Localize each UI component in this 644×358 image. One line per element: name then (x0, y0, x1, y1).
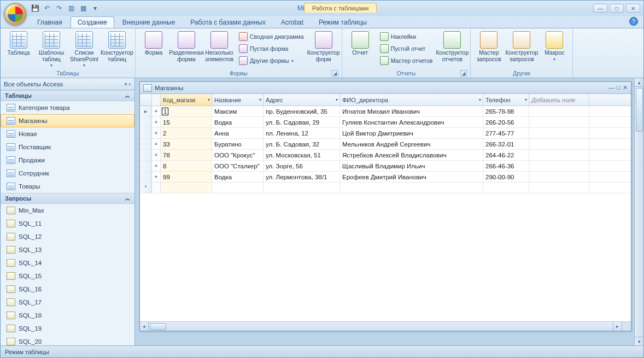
cell-code[interactable]: 33 (161, 139, 212, 149)
qat-item[interactable]: ▥ (66, 3, 76, 13)
scroll-up-icon[interactable]: ▴ (635, 78, 643, 87)
row-selector[interactable] (140, 172, 152, 182)
nav-pane-header[interactable]: Все объекты Access ▾« (1, 78, 134, 90)
cell-name[interactable]: Буратино (212, 139, 264, 149)
blank-report-button[interactable]: Пустой отчет (377, 43, 436, 55)
cell-address[interactable]: пр. Буденновский, 35 (264, 106, 340, 116)
sub-close-button[interactable]: ✕ (623, 84, 628, 91)
horizontal-scrollbar[interactable]: ◂ ▸ (140, 321, 631, 331)
cell-director[interactable]: Гуляев Константин Александрович (340, 117, 483, 127)
tab-datasheet[interactable]: Режим таблицы (312, 16, 374, 28)
chevron-down-icon[interactable]: ▾ (479, 97, 481, 102)
sub-maximize-button[interactable]: □ (617, 84, 620, 91)
nav-item-table[interactable]: Магазины (1, 114, 134, 127)
cell-address[interactable]: пл. Ленина, 12 (264, 128, 340, 138)
cell-director[interactable]: Мельников Андрей Сергеевич (340, 139, 483, 149)
cell-address[interactable]: ул. Лермонтова, 38/1 (264, 172, 340, 182)
chevron-down-icon[interactable]: ▾ (208, 97, 210, 102)
cell-empty[interactable] (529, 139, 589, 149)
row-selector-new[interactable] (140, 183, 152, 193)
cell-name[interactable] (212, 183, 264, 193)
column-header-name[interactable]: Название▾ (212, 94, 264, 105)
row-selector[interactable]: ▸ (140, 106, 152, 116)
labels-button[interactable]: Наклейки (377, 31, 436, 43)
table-new-row[interactable] (140, 183, 631, 193)
cell-empty[interactable] (529, 183, 589, 193)
nav-item-table[interactable]: Товары (1, 180, 134, 193)
report-design-button[interactable]: Конструктор отчетов (436, 30, 468, 64)
blank-form-button[interactable]: Пустая форма (236, 43, 307, 55)
row-selector[interactable] (140, 117, 152, 127)
cell-name[interactable]: Водка (212, 172, 264, 182)
cell-empty[interactable] (529, 172, 589, 182)
row-selector[interactable] (140, 161, 152, 171)
row-selector[interactable] (140, 150, 152, 160)
row-selector[interactable] (140, 128, 152, 138)
table-row[interactable]: ▸ + 1 Максим пр. Буденновский, 35 Игнато… (140, 106, 631, 117)
query-design-button[interactable]: Конструктор запросов (506, 30, 537, 64)
help-button[interactable]: ? (629, 17, 638, 26)
cell-phone[interactable]: 290-00-90 (483, 172, 529, 182)
nav-item-query[interactable]: SQL_15 (1, 269, 134, 283)
close-button[interactable]: ✕ (626, 4, 640, 13)
form-button[interactable]: Форма (138, 30, 169, 58)
collapse-icon[interactable]: « (128, 81, 131, 87)
macro-button[interactable]: Макрос▾ (538, 30, 570, 63)
expand-icon[interactable]: + (152, 117, 161, 127)
cell-empty[interactable] (529, 150, 589, 160)
cell-code[interactable]: 99 (161, 172, 212, 182)
row-selector[interactable] (140, 139, 152, 149)
nav-item-query[interactable]: SQL_19 (1, 322, 134, 335)
cell-director[interactable] (340, 183, 483, 193)
cell-director[interactable]: Игнатов Михаил Иванович (340, 106, 483, 116)
cell-phone[interactable] (483, 183, 529, 193)
nav-item-query[interactable]: SQL_14 (1, 256, 134, 269)
expand-icon[interactable]: + (152, 139, 161, 149)
column-header-address[interactable]: Адрес▾ (264, 94, 340, 105)
cell-code[interactable] (161, 183, 212, 193)
cell-code[interactable]: 8 (161, 161, 212, 171)
table-row[interactable]: + 33 Буратино ул. Б. Садовая, 32 Мельник… (140, 139, 631, 150)
office-button[interactable] (4, 3, 27, 26)
nav-item-query[interactable]: SQL_12 (1, 230, 134, 243)
nav-item-query[interactable]: SQL_17 (1, 296, 134, 309)
table-row[interactable]: + 99 Водка ул. Лермонтова, 38/1 Ерофеев … (140, 172, 631, 183)
cell-empty[interactable] (529, 161, 589, 171)
sharepoint-lists-button[interactable]: Списки SharePoint▾ (68, 30, 100, 70)
select-all-corner[interactable] (140, 94, 152, 105)
cell-phone[interactable]: 264-46-22 (483, 150, 529, 160)
cell-empty[interactable] (529, 106, 589, 116)
cell-phone[interactable]: 277-45-77 (483, 128, 529, 138)
cell-name[interactable]: Водка (212, 117, 264, 127)
cell-code[interactable]: 78 (161, 150, 212, 160)
cell-address[interactable]: ул. Московская, 51 (264, 150, 340, 160)
chevron-down-icon[interactable]: ▾ (259, 97, 261, 102)
table-row[interactable]: + 8 ООО "Сталкер" ул. Зорге, 56 Щасливый… (140, 161, 631, 172)
cell-code[interactable]: 1 (161, 106, 212, 116)
table-button[interactable]: Таблица (3, 30, 34, 58)
nav-item-query[interactable]: SQL_11 (1, 217, 134, 230)
cell-address[interactable]: ул. Б. Садовая, 32 (264, 139, 340, 149)
expand-icon[interactable]: + (152, 161, 161, 171)
nav-item-table[interactable]: Новая (1, 127, 134, 140)
split-form-button[interactable]: Разделенная форма (171, 30, 202, 64)
table-templates-button[interactable]: Шаблоны таблиц▾ (36, 30, 67, 70)
expand-icon[interactable]: + (152, 128, 161, 138)
cell-director[interactable]: Ястребков Алексей Владиславович (340, 150, 483, 160)
subwindow-titlebar[interactable]: Магазины — □ ✕ (140, 82, 631, 94)
tab-home[interactable]: Главная (30, 16, 69, 28)
tab-create[interactable]: Создание (71, 16, 114, 28)
column-header-add-field[interactable]: Добавить поле (529, 94, 589, 105)
cell-empty[interactable] (529, 117, 589, 127)
cell-phone[interactable]: 266-20-56 (483, 117, 529, 127)
form-design-button[interactable]: Конструктор форм (308, 30, 339, 64)
multiple-items-button[interactable]: Несколько элементов (203, 30, 235, 64)
cell-phone[interactable]: 266-46-36 (483, 161, 529, 171)
cell-code[interactable]: 2 (161, 128, 212, 138)
more-forms-button[interactable]: Другие формы ▾ (236, 55, 307, 67)
nav-item-query[interactable]: SQL_16 (1, 283, 134, 296)
maximize-button[interactable]: □ (610, 4, 624, 13)
cell-director[interactable]: Ерофеев Дмитрий Иванович (340, 172, 483, 182)
query-wizard-button[interactable]: Мастер запросов (473, 30, 505, 64)
qat-dropdown-icon[interactable]: ▾ (90, 3, 100, 13)
